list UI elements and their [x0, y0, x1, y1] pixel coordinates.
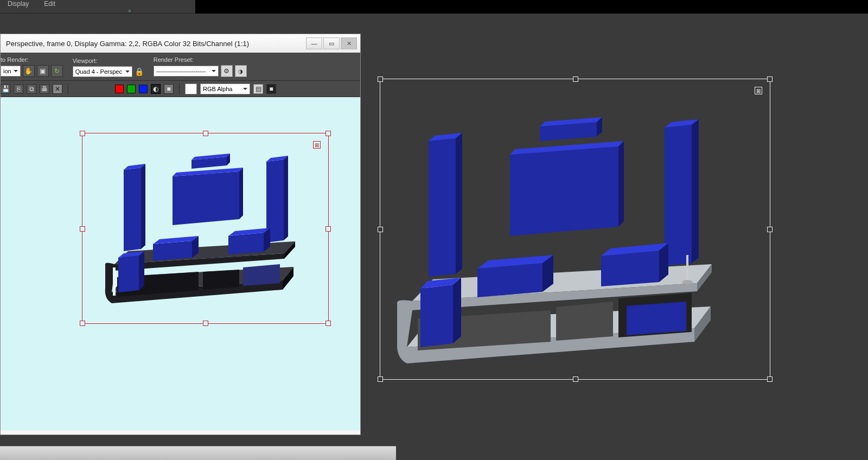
svg-marker-10 [420, 285, 453, 347]
render-preset-dropdown[interactable]: ------------------------- [154, 66, 219, 76]
menu-display[interactable]: Display [0, 0, 36, 9]
status-bar [0, 446, 396, 460]
svg-marker-57 [153, 241, 192, 261]
minimize-button[interactable]: — [306, 37, 322, 49]
channel-blue-button[interactable] [139, 85, 148, 93]
viewport-scene [363, 87, 776, 396]
svg-rect-63 [113, 267, 116, 296]
main-menubar: Display Edit » [0, 0, 195, 14]
region-handle[interactable] [326, 226, 331, 232]
svg-marker-53 [239, 168, 243, 219]
channel-dropdown[interactable]: RGB Alpha [200, 84, 250, 94]
render-title-text: Perspective, frame 0, Display Gamma: 2,2… [6, 40, 249, 48]
channel-green-button[interactable] [127, 85, 136, 93]
copy-image-icon[interactable]: ⎘ [14, 84, 23, 94]
svg-marker-19 [510, 146, 618, 236]
lock-viewport-icon[interactable]: 🔒 [135, 67, 144, 76]
clear-icon[interactable]: ✕ [53, 84, 62, 94]
frame-handle[interactable] [378, 76, 383, 82]
svg-marker-28 [601, 251, 659, 286]
area-to-render-label: to Render: [1, 56, 63, 63]
viewport-dropdown[interactable]: Quad 4 - Perspec [73, 66, 132, 77]
svg-marker-47 [141, 164, 145, 249]
svg-marker-60 [228, 233, 264, 254]
mono-toggle-button[interactable]: ■ [164, 84, 174, 94]
region-handle[interactable] [326, 321, 331, 326]
svg-point-32 [682, 280, 693, 284]
render-preset-label: Render Preset: [154, 56, 247, 63]
svg-marker-21 [618, 141, 624, 227]
render-toolbar-row2: 💾 ⎘ ⧉ 🖶 ✕ ◐ ■ RGB Alpha ▤ ■ [1, 81, 360, 97]
rendered-scene [85, 135, 326, 320]
area-to-render-dropdown[interactable]: ion [1, 66, 21, 76]
svg-marker-45 [124, 168, 141, 251]
render-titlebar[interactable]: Perspective, frame 0, Display Gamma: 2,2… [1, 34, 360, 53]
svg-marker-40 [203, 270, 239, 290]
svg-marker-42 [118, 255, 139, 292]
svg-marker-18 [692, 119, 699, 263]
svg-marker-50 [284, 156, 288, 240]
viewport-label: Viewport: [73, 58, 144, 64]
separator [68, 84, 68, 94]
color-swatch[interactable] [185, 84, 197, 94]
edit-region-button[interactable]: ✋ [23, 65, 35, 77]
layers-button[interactable]: ▤ [253, 84, 263, 94]
menu-overflow-icon[interactable]: » [128, 8, 131, 14]
svg-marker-41 [243, 264, 280, 286]
svg-marker-25 [477, 263, 542, 297]
region-handle[interactable] [326, 131, 331, 136]
separator [179, 84, 180, 94]
render-setup-button[interactable]: ⚙ [221, 65, 233, 77]
svg-marker-15 [456, 133, 462, 274]
region-refresh-button[interactable]: ↻ [51, 65, 63, 77]
frame-handle[interactable] [573, 76, 578, 82]
channel-red-button[interactable] [115, 85, 124, 93]
svg-marker-7 [556, 302, 613, 341]
channel-alpha-button[interactable]: ◐ [151, 84, 161, 94]
maximize-button[interactable]: ▭ [323, 37, 340, 49]
svg-marker-44 [139, 251, 144, 290]
clone-vfb-icon[interactable]: ⧉ [27, 84, 36, 94]
render-frame-window: Perspective, frame 0, Display Gamma: 2,2… [0, 34, 361, 435]
print-icon[interactable]: 🖶 [40, 84, 49, 94]
overlay-toggle-button[interactable]: ■ [266, 84, 276, 94]
menu-edit[interactable]: Edit [36, 0, 63, 9]
svg-rect-31 [686, 255, 688, 282]
svg-marker-16 [665, 125, 692, 266]
svg-marker-9 [627, 302, 686, 335]
render-toolbar-row1: to Render: ion ✋ ▣ ↻ Viewport: Quad 4 - … [1, 53, 360, 81]
environment-button[interactable]: ◑ [235, 65, 247, 77]
save-image-icon[interactable]: 💾 [1, 84, 10, 94]
frame-handle[interactable] [767, 76, 773, 82]
close-button[interactable]: ✕ [341, 37, 357, 49]
svg-marker-12 [453, 278, 461, 343]
svg-marker-51 [173, 171, 239, 225]
render-canvas[interactable]: ⊠ [1, 97, 360, 430]
svg-marker-13 [429, 138, 456, 277]
auto-region-button[interactable]: ▣ [37, 65, 49, 77]
